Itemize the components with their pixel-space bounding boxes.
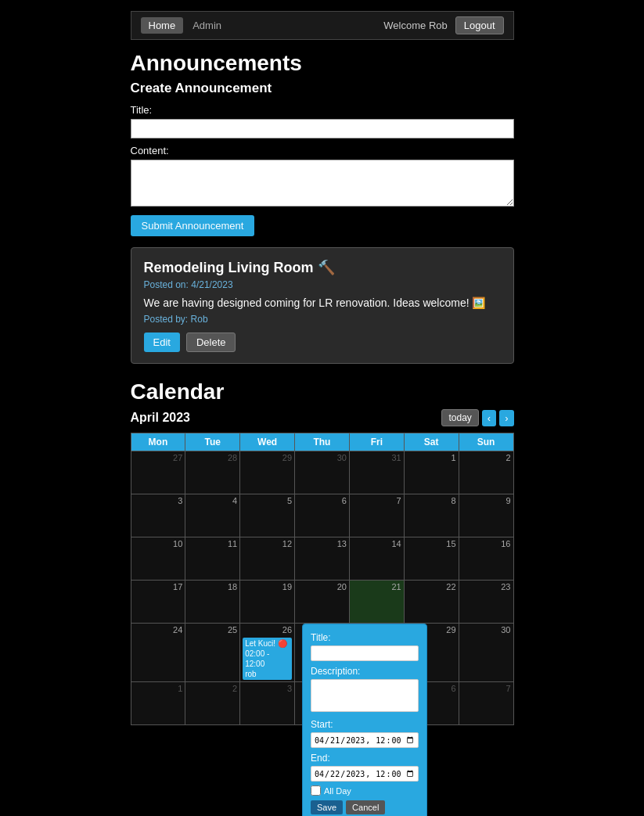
list-item[interactable]: 26 Let Kuci! 🔴 02:00 - 12:00 rob Title: … (240, 624, 295, 682)
today-button[interactable]: today (441, 409, 478, 426)
list-item[interactable]: 4 (185, 494, 240, 537)
list-item[interactable]: 25 (185, 624, 240, 682)
popup-start-label: Start: (311, 719, 419, 730)
popup-allday-checkbox[interactable] (311, 785, 321, 796)
list-item[interactable]: 19 (240, 581, 295, 624)
list-item[interactable]: 13 (295, 537, 350, 581)
list-item[interactable]: 1 (131, 682, 185, 725)
list-item[interactable]: 14 (349, 537, 404, 581)
delete-announcement-button[interactable]: Delete (186, 333, 236, 352)
list-item[interactable]: 8 (404, 494, 459, 537)
list-item[interactable]: 18 (185, 581, 240, 624)
list-item[interactable]: 30 (295, 451, 350, 494)
calendar-container: Mon Tue Wed Thu Fri Sat Sun 27 28 29 (131, 433, 514, 725)
popup-start-input[interactable] (311, 732, 419, 748)
calendar-section: Calendar April 2023 today ‹ › Mon Tue We… (131, 379, 514, 725)
popup-title-label: Title: (311, 632, 419, 643)
event-time: 02:00 - 12:00 (245, 649, 290, 669)
popup-actions: Save Cancel (311, 800, 419, 814)
table-row: 17 18 19 20 21 22 23 (131, 581, 513, 624)
popup-desc-label: Description: (311, 666, 419, 677)
ann-posted-on: Posted on: 4/21/2023 (144, 279, 501, 290)
list-item[interactable]: 6 (295, 494, 350, 537)
content-label: Content: (131, 145, 514, 156)
popup-cancel-button[interactable]: Cancel (346, 800, 385, 814)
list-item[interactable]: 29 (240, 451, 295, 494)
nav-right: Welcome Rob Logout (383, 16, 503, 34)
list-item[interactable]: 20 (295, 581, 350, 624)
calendar-month-title: April 2023 (131, 411, 190, 425)
list-item[interactable]: 24 (131, 624, 185, 682)
col-sat: Sat (404, 433, 459, 451)
list-item[interactable]: 22 (404, 581, 459, 624)
calendar-grid: Mon Tue Wed Thu Fri Sat Sun 27 28 29 (131, 433, 514, 725)
table-row: 27 28 29 30 31 1 2 (131, 451, 513, 494)
event-user: rob (245, 669, 290, 679)
list-item[interactable]: 7 (349, 494, 404, 537)
popup-end-input[interactable] (311, 766, 419, 782)
nav-admin-link[interactable]: Admin (192, 20, 221, 31)
announcement-card: Remodeling Living Room 🔨 Posted on: 4/21… (131, 247, 514, 364)
list-item[interactable]: 2 (185, 682, 240, 725)
list-item[interactable]: 30 (459, 624, 513, 682)
table-row: 10 11 12 13 14 15 16 (131, 537, 513, 581)
ann-content: We are having designed coming for LR ren… (144, 297, 501, 309)
col-tue: Tue (185, 433, 240, 451)
list-item[interactable]: 9 (459, 494, 513, 537)
list-item[interactable]: 12 (240, 537, 295, 581)
popup-desc-textarea[interactable] (311, 679, 419, 712)
calendar-header: April 2023 today ‹ › (131, 409, 514, 426)
popup-save-button[interactable]: Save (311, 800, 343, 814)
navbar: Home Admin Welcome Rob Logout (131, 11, 514, 40)
list-item[interactable]: 21 (349, 581, 404, 624)
list-item[interactable]: 7 (459, 682, 513, 725)
popup-allday-row: All Day (311, 785, 419, 796)
popup-end-label: End: (311, 753, 419, 764)
submit-announcement-button[interactable]: Submit Announcement (131, 215, 255, 236)
ann-posted-by: Posted by: Rob (144, 314, 501, 325)
prev-month-button[interactable]: ‹ (482, 410, 496, 426)
nav-welcome: Welcome Rob (383, 20, 447, 31)
list-item[interactable]: 3 (240, 682, 295, 725)
title-label: Title: (131, 104, 514, 116)
main-content: Announcements Create Announcement Title:… (131, 51, 514, 725)
ann-card-title: Remodeling Living Room 🔨 (144, 259, 501, 276)
page-title: Announcements (131, 51, 514, 76)
content-textarea[interactable] (131, 160, 514, 207)
list-item[interactable]: 3 (131, 494, 185, 537)
list-item[interactable]: 16 (459, 537, 513, 581)
nav-home-link[interactable]: Home (141, 17, 184, 34)
list-item[interactable]: 11 (185, 537, 240, 581)
ann-actions: Edit Delete (144, 333, 501, 352)
title-field-group: Title: (131, 104, 514, 138)
list-item[interactable]: 31 (349, 451, 404, 494)
calendar-event[interactable]: Let Kuci! 🔴 02:00 - 12:00 rob (243, 638, 292, 680)
list-item[interactable]: 28 (185, 451, 240, 494)
list-item[interactable]: 2 (459, 451, 513, 494)
nav-left: Home Admin (141, 17, 222, 34)
calendar-title: Calendar (131, 379, 514, 404)
table-row: 3 4 5 6 7 8 9 (131, 494, 513, 537)
table-row: 24 25 26 Let Kuci! 🔴 02:00 - 12:00 rob (131, 624, 513, 682)
list-item[interactable]: 17 (131, 581, 185, 624)
popup-title-input[interactable] (311, 645, 419, 661)
col-fri: Fri (349, 433, 404, 451)
next-month-button[interactable]: › (499, 410, 513, 426)
logout-button[interactable]: Logout (455, 16, 504, 34)
list-item[interactable]: 1 (404, 451, 459, 494)
calendar-nav: today ‹ › (441, 409, 513, 426)
title-input[interactable] (131, 119, 514, 138)
popup-allday-label: All Day (324, 786, 351, 796)
col-wed: Wed (240, 433, 295, 451)
col-thu: Thu (295, 433, 350, 451)
list-item[interactable]: 27 (131, 451, 185, 494)
event-popup: Title: Description: Start: End: (302, 624, 427, 816)
edit-announcement-button[interactable]: Edit (144, 333, 180, 352)
create-announcement-heading: Create Announcement (131, 81, 514, 96)
event-title: Let Kuci! 🔴 (245, 638, 290, 649)
list-item[interactable]: 15 (404, 537, 459, 581)
list-item[interactable]: 23 (459, 581, 513, 624)
list-item[interactable]: 10 (131, 537, 185, 581)
col-sun: Sun (459, 433, 513, 451)
list-item[interactable]: 5 (240, 494, 295, 537)
